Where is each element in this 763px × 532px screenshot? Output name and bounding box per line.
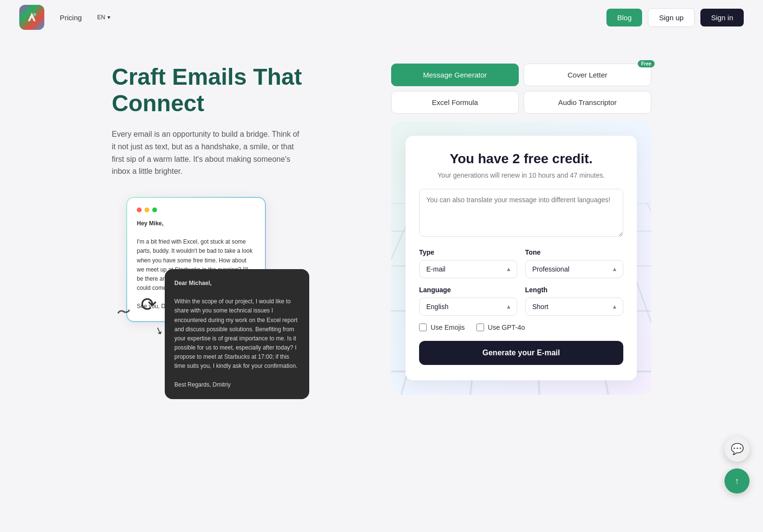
fields-row-2: Language English Spanish French German T…: [419, 286, 623, 316]
floating-buttons: 💬 ↑: [724, 437, 750, 493]
loop-icon: ⟳: [141, 293, 157, 315]
email-card-dark: Dear Michael, Within the scope of our pr…: [165, 269, 309, 399]
signup-button[interactable]: Sign up: [648, 8, 695, 27]
type-select[interactable]: E-mail SMS Letter Memo: [419, 260, 517, 278]
left-column: Craft Emails That Connect Every email is…: [112, 64, 362, 399]
tab-excel-formula[interactable]: Excel Formula: [391, 91, 519, 114]
navbar: Pricing EN ▾ Blog Sign up Sign in: [0, 0, 763, 35]
hero-title: Craft Emails That Connect: [112, 64, 362, 117]
support-float-button[interactable]: ↑: [724, 468, 750, 493]
card-dark-greeting: Dear Michael,: [174, 280, 211, 286]
main-content: Craft Emails That Connect Every email is…: [44, 35, 719, 428]
pricing-link[interactable]: Pricing: [60, 13, 82, 22]
email-preview-cards: Hey Mike, I'm a bit fried with Excel, go…: [112, 197, 295, 399]
generator-subtitle: Your generations will renew in 10 hours …: [419, 171, 623, 179]
message-textarea[interactable]: [419, 189, 623, 237]
tone-select-wrap: Professional Casual Formal Friendly ▲: [525, 260, 623, 278]
card-light-greeting: Hey Mike,: [137, 220, 163, 227]
nav-right: Blog Sign up Sign in: [606, 8, 744, 27]
gpt4-label: Use GPT-4o: [488, 324, 525, 331]
language-label: Language: [419, 286, 517, 294]
arrow-icon: ↘: [153, 324, 165, 337]
type-label: Type: [419, 248, 517, 256]
right-column: Message Generator Cover Letter Free Exce…: [391, 64, 651, 395]
type-field: Type E-mail SMS Letter Memo ▲: [419, 248, 517, 278]
emoji-checkbox-label[interactable]: Use Emojis: [419, 324, 465, 331]
tone-select[interactable]: Professional Casual Formal Friendly: [525, 260, 623, 278]
language-select-wrap: English Spanish French German Turkish ▲: [419, 298, 517, 316]
dot-yellow: [145, 208, 149, 212]
length-select-wrap: Short Medium Long ▲: [525, 298, 623, 316]
length-select[interactable]: Short Medium Long: [525, 298, 623, 316]
window-dots: [137, 208, 255, 212]
card-dark-text: Dear Michael, Within the scope of our pr…: [174, 279, 300, 389]
language-select[interactable]: English Spanish French German Turkish: [419, 298, 517, 316]
gpt4-checkbox[interactable]: [476, 324, 484, 331]
tab-message-generator[interactable]: Message Generator: [391, 64, 519, 86]
card-dark-closing: Best Regards, Dmitriy: [174, 381, 231, 388]
checkboxes-row: Use Emojis Use GPT-4o: [419, 324, 623, 331]
fields-row-1: Type E-mail SMS Letter Memo ▲ To: [419, 248, 623, 278]
generate-button[interactable]: Generate your E-mail: [419, 341, 623, 365]
length-label: Length: [525, 286, 623, 294]
tone-field: Tone Professional Casual Formal Friendly…: [525, 248, 623, 278]
tone-label: Tone: [525, 248, 623, 256]
emoji-checkbox[interactable]: [419, 324, 427, 331]
lang-arrow-icon: ▾: [107, 14, 110, 21]
length-field: Length Short Medium Long ▲: [525, 286, 623, 316]
support-icon: ↑: [735, 476, 739, 486]
chat-icon: 💬: [731, 443, 744, 455]
chat-float-button[interactable]: 💬: [724, 437, 750, 462]
dot-green: [152, 208, 157, 212]
nav-left: Pricing EN ▾: [19, 5, 110, 30]
card-dark-body: Within the scope of our project, I would…: [174, 298, 297, 369]
grid-background: You have 2 free credit. Your generations…: [391, 121, 651, 395]
logo[interactable]: [19, 5, 44, 30]
free-badge: Free: [638, 60, 655, 67]
tab-cover-letter[interactable]: Cover Letter Free: [524, 64, 651, 86]
emoji-label: Use Emojis: [431, 324, 465, 331]
generator-card: You have 2 free credit. Your generations…: [406, 136, 637, 380]
dot-red: [137, 208, 142, 212]
generator-title: You have 2 free credit.: [419, 151, 623, 167]
hero-description: Every email is an opportunity to build a…: [112, 128, 304, 177]
svg-point-0: [33, 13, 36, 16]
tool-tabs: Message Generator Cover Letter Free Exce…: [391, 64, 651, 114]
signin-button[interactable]: Sign in: [700, 9, 744, 26]
lang-label: EN: [97, 14, 105, 21]
gpt4-checkbox-label[interactable]: Use GPT-4o: [476, 324, 525, 331]
blog-button[interactable]: Blog: [606, 9, 642, 26]
language-field: Language English Spanish French German T…: [419, 286, 517, 316]
tab-audio-transcriptor[interactable]: Audio Transcriptor: [524, 91, 651, 114]
language-selector[interactable]: EN ▾: [97, 14, 110, 21]
type-select-wrap: E-mail SMS Letter Memo ▲: [419, 260, 517, 278]
